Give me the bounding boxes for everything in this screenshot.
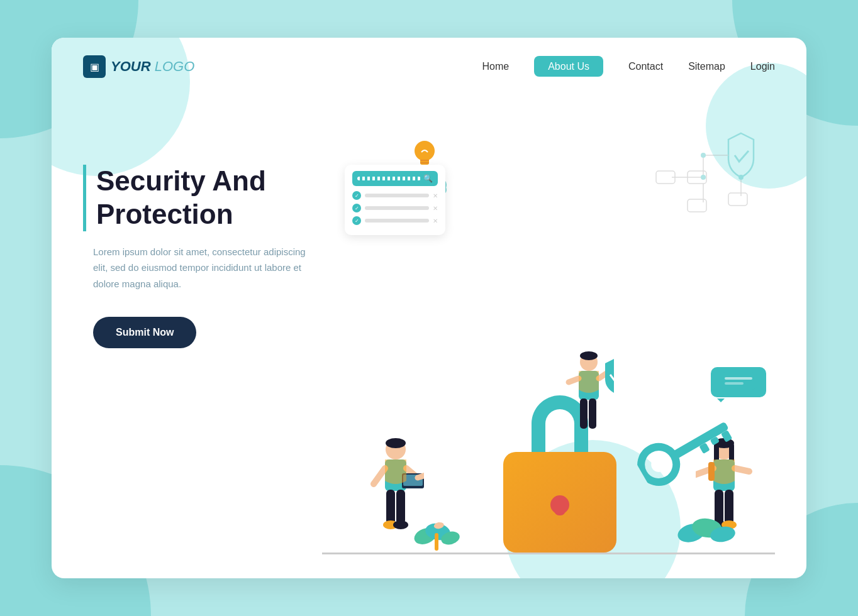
panel-search-bar: 🔍 — [352, 171, 438, 186]
security-panel: 🔍 ✓ ✕ ✓ ✕ ✓ ✕ — [345, 165, 445, 235]
svg-rect-16 — [728, 193, 747, 206]
hero-title-line2: Protection — [96, 199, 233, 229]
check-icon-1: ✓ — [352, 191, 361, 200]
nav-item-contact[interactable]: Contact — [628, 61, 663, 72]
panel-line-1 — [365, 194, 429, 197]
main-content: Security And Protection Lorem ipsum dolo… — [52, 96, 806, 573]
svg-rect-62 — [725, 382, 744, 385]
svg-marker-60 — [725, 390, 732, 391]
main-card: ▣ YOUR LOGO Home About Us Contact Sitema… — [52, 38, 806, 578]
nav-item-login[interactable]: Login — [750, 61, 775, 72]
submit-button[interactable]: Submit Now — [93, 317, 196, 348]
person-top-svg — [564, 351, 614, 451]
svg-rect-66 — [435, 533, 438, 551]
nav-links: Home About Us Contact Sitemap Login — [482, 61, 776, 72]
nav-link-about[interactable]: About Us — [534, 56, 603, 77]
chat-bubble — [711, 367, 766, 397]
svg-point-33 — [393, 520, 408, 529]
svg-point-47 — [580, 351, 598, 360]
hero-illustration: 🔍 ✓ ✕ ✓ ✕ ✓ ✕ — [322, 114, 775, 573]
plants-left-svg — [413, 514, 463, 552]
padlock — [503, 452, 616, 553]
panel-line-3 — [365, 219, 429, 223]
circuit-diagram — [640, 127, 766, 230]
svg-line-25 — [374, 468, 385, 484]
svg-rect-59 — [720, 372, 757, 390]
svg-line-40 — [735, 468, 749, 471]
search-icon: 🔍 — [423, 174, 433, 183]
close-icon-2: ✕ — [433, 205, 438, 212]
logo: ▣ YOUR LOGO — [83, 55, 482, 78]
chat-bubble-svg — [720, 372, 757, 391]
panel-line-2 — [365, 206, 429, 210]
logo-light: LOGO — [155, 58, 195, 74]
svg-point-54 — [649, 454, 669, 475]
circuit-svg — [640, 127, 766, 228]
close-icon-1: ✕ — [433, 192, 438, 199]
svg-point-23 — [386, 438, 406, 448]
nav-link-sitemap[interactable]: Sitemap — [688, 61, 725, 72]
logo-icon: ▣ — [83, 55, 106, 78]
svg-rect-51 — [580, 399, 588, 429]
close-icon-3: ✕ — [433, 217, 438, 224]
person-top — [564, 351, 614, 454]
svg-rect-55 — [671, 421, 730, 460]
nav-item-about[interactable]: About Us — [534, 61, 603, 72]
svg-rect-61 — [725, 377, 752, 380]
hero-title-line1: Security And — [96, 165, 266, 196]
nav-item-sitemap[interactable]: Sitemap — [688, 61, 725, 72]
nav-item-home[interactable]: Home — [482, 61, 510, 72]
panel-row-3: ✓ ✕ — [352, 216, 438, 225]
plants-left — [413, 514, 463, 554]
panel-dots — [357, 177, 421, 180]
logo-bold: YOUR — [111, 58, 151, 74]
svg-point-21 — [738, 175, 744, 180]
svg-rect-31 — [396, 490, 405, 524]
svg-rect-52 — [589, 399, 596, 429]
svg-rect-1 — [420, 158, 429, 165]
hero-title: Security And Protection — [83, 165, 322, 231]
nav-link-login[interactable]: Login — [750, 61, 775, 72]
svg-rect-30 — [386, 490, 395, 524]
logo-text: YOUR LOGO — [111, 58, 194, 75]
plants-right — [676, 508, 738, 554]
svg-line-50 — [569, 378, 579, 382]
svg-line-29 — [418, 471, 424, 478]
plants-right-svg — [676, 508, 738, 552]
nav-link-home[interactable]: Home — [482, 61, 510, 72]
svg-point-19 — [701, 153, 706, 158]
hero-description: Lorem ipsum dolor sit amet, consectetur … — [83, 244, 322, 292]
check-icon-2: ✓ — [352, 204, 361, 212]
svg-point-20 — [701, 175, 706, 180]
hero-text: Security And Protection Lorem ipsum dolo… — [83, 114, 322, 573]
panel-row-1: ✓ ✕ — [352, 191, 438, 200]
check-icon-3: ✓ — [352, 216, 361, 225]
panel-row-2: ✓ ✕ — [352, 204, 438, 212]
padlock-hole-circle — [550, 495, 569, 514]
nav-link-contact[interactable]: Contact — [628, 61, 663, 72]
logo-icon-glyph: ▣ — [90, 61, 99, 73]
padlock-body — [503, 452, 616, 553]
navbar: ▣ YOUR LOGO Home About Us Contact Sitema… — [52, 38, 806, 96]
